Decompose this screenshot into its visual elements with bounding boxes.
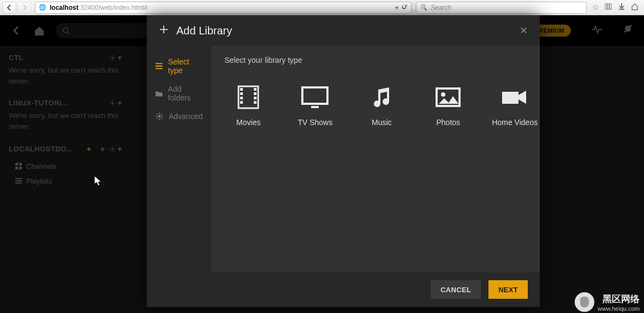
photo-icon xyxy=(435,85,461,109)
browser-toolbar: 🌐 localhost:32400/web/index.html# ▾ 🔍 Se… xyxy=(0,0,644,15)
step-add-folders[interactable]: Add folders xyxy=(147,80,211,107)
type-label: Movies xyxy=(236,118,260,127)
library-type-homevideos[interactable]: Home Videos xyxy=(491,85,539,127)
svg-rect-13 xyxy=(240,88,243,91)
svg-point-11 xyxy=(158,115,161,118)
watermark-line2: www.heiqu.com xyxy=(598,305,640,312)
library-type-photos[interactable]: Photos xyxy=(424,85,472,127)
reload-icon[interactable] xyxy=(401,3,408,12)
add-library-modal: Add Library ✕ Select type Add folders Ad… xyxy=(147,15,540,307)
next-button[interactable]: NEXT xyxy=(488,280,528,299)
svg-rect-16 xyxy=(240,101,243,104)
svg-rect-25 xyxy=(502,92,518,104)
type-label: TV Shows xyxy=(297,118,332,127)
library-type-tvshows[interactable]: TV Shows xyxy=(291,85,339,127)
svg-rect-14 xyxy=(240,92,243,95)
tv-icon xyxy=(301,85,329,109)
nav-forward-button[interactable] xyxy=(17,2,32,14)
step-label: Add folders xyxy=(168,85,203,102)
downloads-icon[interactable] xyxy=(618,3,625,12)
svg-rect-17 xyxy=(254,88,257,91)
modal-footer: CANCEL NEXT xyxy=(147,272,540,307)
svg-rect-1 xyxy=(607,4,609,9)
step-select-type[interactable]: Select type xyxy=(147,52,211,80)
dropdown-icon[interactable]: ▾ xyxy=(395,4,398,11)
modal-title: Add Library xyxy=(176,25,232,37)
folder-icon xyxy=(156,90,163,97)
search-placeholder: Search xyxy=(431,4,451,11)
type-label: Photos xyxy=(436,118,460,127)
bookmark-icon[interactable]: ☆ xyxy=(592,3,599,12)
plus-icon xyxy=(159,25,169,37)
watermark-logo-icon xyxy=(575,292,594,312)
home-icon[interactable] xyxy=(631,3,639,12)
svg-point-24 xyxy=(441,92,445,97)
watermark-line1: 黑区网络 xyxy=(598,293,640,305)
svg-rect-21 xyxy=(302,87,327,104)
svg-rect-18 xyxy=(254,92,257,95)
svg-rect-2 xyxy=(610,4,611,9)
url-text: localhost:32400/web/index.html# xyxy=(50,4,147,11)
type-label: Music xyxy=(372,118,392,127)
modal-prompt: Select your library type xyxy=(224,56,539,64)
type-label: Home Videos xyxy=(492,118,538,127)
svg-rect-0 xyxy=(605,4,607,9)
library-type-music[interactable]: Music xyxy=(357,85,406,127)
gear-icon xyxy=(156,113,163,120)
modal-header: Add Library ✕ xyxy=(147,15,540,46)
search-icon: 🔍 xyxy=(420,4,427,11)
list-icon xyxy=(156,63,163,69)
film-icon xyxy=(236,85,260,109)
watermark: 黑区网络 www.heiqu.com xyxy=(575,292,640,312)
music-icon xyxy=(369,85,393,109)
camera-icon xyxy=(501,85,528,109)
svg-rect-19 xyxy=(254,97,257,99)
cancel-button[interactable]: CANCEL xyxy=(431,280,481,299)
globe-icon: 🌐 xyxy=(39,4,46,11)
library-type-movies[interactable]: Movies xyxy=(224,85,272,127)
svg-rect-20 xyxy=(254,101,257,104)
mouse-cursor-icon xyxy=(94,176,103,187)
library-icon[interactable] xyxy=(605,3,612,12)
svg-rect-22 xyxy=(311,106,319,108)
url-bar[interactable]: 🌐 localhost:32400/web/index.html# ▾ xyxy=(35,2,412,14)
modal-content: Select your library type Movies TV Shows… xyxy=(211,46,552,272)
nav-back-button[interactable] xyxy=(2,2,16,14)
close-icon[interactable]: ✕ xyxy=(520,25,528,37)
modal-steps: Select type Add folders Advanced xyxy=(147,46,211,272)
step-advanced[interactable]: Advanced xyxy=(147,107,211,126)
browser-search-field[interactable]: 🔍 Search xyxy=(416,2,587,14)
step-label: Advanced xyxy=(169,112,202,121)
step-label: Select type xyxy=(168,57,202,75)
svg-rect-15 xyxy=(240,97,243,99)
